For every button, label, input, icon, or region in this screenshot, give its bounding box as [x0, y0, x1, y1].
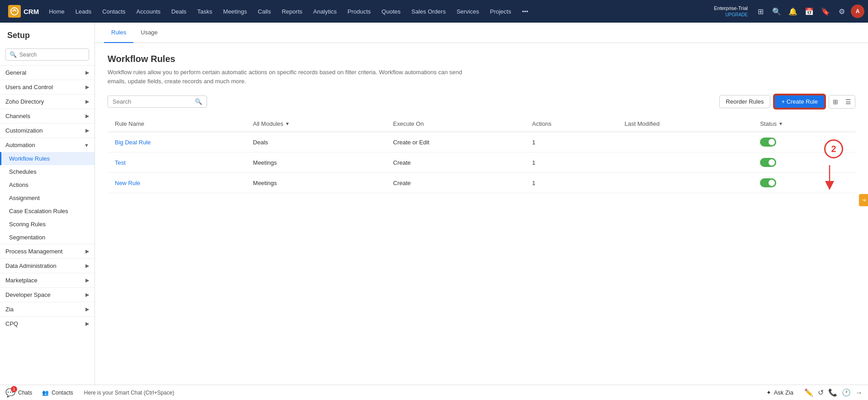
nav-quotes[interactable]: Quotes	[376, 0, 406, 23]
execute-on-cell: Create	[386, 173, 525, 193]
sidebar-users-header[interactable]: Users and Control ▶	[0, 80, 94, 94]
sidebar-item-segmentation[interactable]: Segmentation	[0, 231, 94, 244]
status-toggle-3[interactable]	[760, 178, 776, 187]
sidebar-section-zia: Zia ▶	[0, 302, 94, 316]
sidebar-general-header[interactable]: General ▶	[0, 66, 94, 80]
nav-tasks[interactable]: Tasks	[192, 0, 217, 23]
search-input[interactable]	[113, 98, 192, 105]
chats-label: Chats	[18, 390, 32, 396]
sidebar-item-workflow-rules[interactable]: Workflow Rules	[0, 152, 94, 165]
sidebar-customization-header[interactable]: Customization ▶	[0, 124, 94, 138]
status-toggle-1[interactable]	[760, 138, 776, 147]
nav-calls[interactable]: Calls	[252, 0, 276, 23]
help-tab[interactable]: ?	[859, 194, 868, 206]
clock-icon[interactable]: 🕐	[842, 388, 851, 397]
sidebar-zoho-directory-header[interactable]: Zoho Directory ▶	[0, 95, 94, 109]
edit-icon[interactable]: ✏️	[804, 388, 813, 397]
col-last-modified: Last Modified	[618, 116, 753, 132]
nav-logo-text: CRM	[24, 8, 39, 15]
sidebar-search-icon: 🔍	[9, 51, 17, 58]
chevron-right-icon: ▶	[85, 248, 89, 254]
chevron-right-icon: ▶	[85, 321, 89, 327]
nav-contacts[interactable]: Contacts	[97, 0, 131, 23]
contacts-button[interactable]: 👥 Contacts	[42, 390, 73, 396]
actions-cell: 1	[525, 132, 618, 152]
sidebar-item-schedules[interactable]: Schedules	[0, 165, 94, 178]
chevron-right-icon: ▶	[85, 84, 89, 90]
table-body: Big Deal Rule Deals Create or Edit 1	[108, 132, 855, 193]
chevron-right-icon: ▶	[85, 277, 89, 283]
sidebar-channels-header[interactable]: Channels ▶	[0, 109, 94, 123]
tab-usage[interactable]: Usage	[133, 23, 165, 43]
execute-on-cell: Create	[386, 152, 525, 173]
nav-deals[interactable]: Deals	[166, 0, 192, 23]
nav-home[interactable]: Home	[43, 0, 70, 23]
bottom-icons: ✏️ ↺ 📞 🕐 →	[804, 388, 863, 397]
sidebar-marketplace-header[interactable]: Marketplace ▶	[0, 273, 94, 287]
col-all-modules[interactable]: All Modules ▼	[246, 116, 386, 132]
sidebar-item-case-escalation[interactable]: Case Escalation Rules	[0, 205, 94, 218]
notifications-icon[interactable]: 🔔	[786, 4, 800, 19]
ask-zia-button[interactable]: ✦ Ask Zia	[766, 389, 793, 396]
ask-zia-label: Ask Zia	[774, 389, 793, 396]
nav-projects[interactable]: Projects	[485, 0, 517, 23]
search-icon[interactable]: 🔍	[769, 4, 784, 19]
sidebar-search-input[interactable]	[19, 52, 85, 58]
nav-leads[interactable]: Leads	[70, 0, 97, 23]
grid-view-button[interactable]: ⊞	[829, 95, 842, 108]
tab-rules[interactable]: Rules	[104, 23, 133, 43]
module-cell: Deals	[246, 132, 386, 152]
sidebar-section-customization: Customization ▶	[0, 123, 94, 138]
test-rule-link[interactable]: Test	[115, 159, 126, 166]
nav-meetings[interactable]: Meetings	[218, 0, 253, 23]
upgrade-link[interactable]: UPGRADE	[714, 12, 748, 18]
sidebar-automation-header[interactable]: Automation ▼	[0, 138, 94, 152]
search-wrap: 🔍	[108, 95, 207, 108]
sidebar-item-assignment[interactable]: Assignment	[0, 191, 94, 205]
refresh-icon[interactable]: ↺	[818, 388, 824, 397]
arrow-icon[interactable]: →	[855, 389, 863, 397]
last-modified-cell	[618, 173, 753, 193]
status-toggle-2[interactable]	[760, 158, 776, 167]
smart-chat-text: Here is your Smart Chat (Ctrl+Space)	[79, 390, 761, 396]
sidebar-item-actions[interactable]: Actions	[0, 178, 94, 191]
user-avatar[interactable]: A	[851, 5, 864, 18]
main-layout: Setup 🔍 General ▶ Users and Control ▶ Zo…	[0, 23, 868, 400]
phone-icon[interactable]: 📞	[828, 388, 837, 397]
sidebar-cpq-header[interactable]: CPQ ▶	[0, 317, 94, 331]
view-toggle: ⊞ ☰	[829, 95, 855, 109]
nav-products[interactable]: Products	[342, 0, 376, 23]
sidebar-process-mgmt-header[interactable]: Process Management ▶	[0, 244, 94, 258]
nav-more[interactable]: •••	[517, 0, 534, 23]
nav-reports[interactable]: Reports	[276, 0, 308, 23]
enterprise-label: Enterprise-Trial UPGRADE	[714, 5, 748, 17]
nav-analytics[interactable]: Analytics	[308, 0, 342, 23]
annotation-circle-2: 2	[824, 139, 843, 158]
big-deal-rule-link[interactable]: Big Deal Rule	[115, 139, 151, 146]
bookmark-icon[interactable]: 🔖	[818, 4, 833, 19]
zia-icon: ✦	[766, 389, 771, 396]
chevron-right-icon: ▶	[85, 306, 89, 312]
chevron-right-icon: ▶	[85, 128, 89, 133]
sidebar-data-admin-header[interactable]: Data Administration ▶	[0, 259, 94, 273]
table-header: Rule Name All Modules ▼ Execute On Actio…	[108, 116, 855, 132]
new-rule-link[interactable]: New Rule	[115, 180, 140, 186]
list-view-button[interactable]: ☰	[842, 95, 855, 108]
sidebar-item-scoring-rules[interactable]: Scoring Rules	[0, 218, 94, 231]
reorder-rules-button[interactable]: Reorder Rules	[719, 95, 771, 108]
create-icon[interactable]: ⊞	[753, 4, 768, 19]
sidebar-section-automation: Automation ▼ Workflow Rules Schedules Ac…	[0, 138, 94, 244]
module-cell: Meetings	[246, 152, 386, 173]
create-rule-button[interactable]: + Create Rule	[774, 95, 825, 109]
sidebar-zia-header[interactable]: Zia ▶	[0, 302, 94, 316]
nav-logo[interactable]: CRM	[4, 5, 43, 18]
sidebar-developer-header[interactable]: Developer Space ▶	[0, 288, 94, 302]
chats-button[interactable]: 💬 1 Chats	[5, 388, 32, 398]
status-filter-caret-icon: ▼	[778, 121, 783, 126]
sidebar-section-process-mgmt: Process Management ▶	[0, 244, 94, 258]
settings-icon[interactable]: ⚙	[835, 4, 849, 19]
calendar-icon[interactable]: 📅	[802, 4, 816, 19]
nav-services[interactable]: Services	[451, 0, 485, 23]
nav-accounts[interactable]: Accounts	[131, 0, 166, 23]
nav-sales-orders[interactable]: Sales Orders	[406, 0, 451, 23]
